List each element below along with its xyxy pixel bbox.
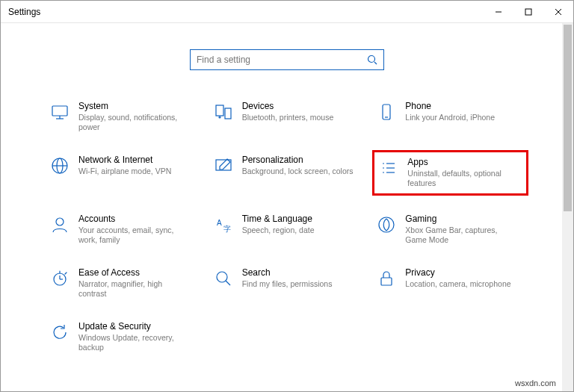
- tile-desc: Wi-Fi, airplane mode, VPN: [78, 167, 171, 176]
- tile-desc: Windows Update, recovery, backup: [78, 333, 191, 352]
- tile-title: Phone: [405, 101, 495, 111]
- content-area: System Display, sound, notifications, po…: [1, 23, 573, 391]
- svg-rect-9: [216, 105, 223, 116]
- tile-apps[interactable]: Apps Uninstall, defaults, optional featu…: [372, 150, 528, 195]
- personalization-icon: [212, 155, 235, 177]
- svg-rect-6: [52, 106, 67, 116]
- ease-of-access-icon: [49, 267, 71, 290]
- scrollbar-thumb[interactable]: [564, 25, 572, 211]
- tile-desc: Link your Android, iPhone: [405, 113, 495, 122]
- minimize-icon: [495, 8, 502, 16]
- system-icon: [49, 101, 71, 123]
- gaming-icon: [375, 214, 398, 236]
- tile-title: Accounts: [78, 214, 191, 224]
- search-row: [46, 49, 528, 70]
- tile-search[interactable]: Search Find my files, permissions: [209, 263, 365, 303]
- minimize-button[interactable]: [484, 1, 513, 23]
- tile-desc: Display, sound, notifications, power: [78, 113, 191, 132]
- privacy-icon: [375, 267, 398, 290]
- devices-icon: [212, 101, 235, 123]
- scrollbar[interactable]: [562, 23, 573, 391]
- tile-title: Ease of Access: [78, 267, 191, 278]
- update-icon: [49, 321, 71, 343]
- tile-desc: Speech, region, date: [242, 225, 315, 235]
- svg-point-24: [56, 218, 64, 225]
- tile-title: System: [78, 101, 191, 111]
- tile-time-language[interactable]: A字 Time & Language Speech, region, date: [209, 209, 365, 249]
- phone-icon: [375, 101, 398, 123]
- tile-title: Network & Internet: [78, 155, 171, 165]
- tile-title: Update & Security: [78, 321, 191, 332]
- svg-point-4: [368, 56, 375, 63]
- tile-title: Privacy: [405, 267, 510, 278]
- svg-text:A: A: [217, 219, 222, 227]
- svg-point-27: [379, 217, 394, 232]
- svg-text:字: 字: [223, 225, 231, 233]
- tile-title: Time & Language: [242, 214, 315, 224]
- tile-desc: Uninstall, defaults, optional features: [407, 169, 519, 188]
- maximize-button[interactable]: [513, 1, 543, 23]
- settings-window: Settings: [0, 0, 574, 392]
- tile-privacy[interactable]: Privacy Location, camera, microphone: [372, 263, 528, 303]
- tile-accounts[interactable]: Accounts Your accounts, email, sync, wor…: [46, 209, 202, 249]
- tile-network[interactable]: Network & Internet Wi-Fi, airplane mode,…: [46, 150, 202, 195]
- titlebar: Settings: [1, 1, 573, 23]
- tile-phone[interactable]: Phone Link your Android, iPhone: [372, 96, 528, 137]
- tile-title: Devices: [242, 101, 334, 111]
- maximize-icon: [525, 8, 532, 16]
- accounts-icon: [49, 214, 71, 236]
- tile-ease-of-access[interactable]: Ease of Access Narrator, magnifier, high…: [46, 263, 202, 303]
- svg-line-5: [374, 62, 377, 64]
- tile-desc: Find my files, permissions: [242, 279, 333, 289]
- settings-grid: System Display, sound, notifications, po…: [46, 96, 528, 357]
- svg-rect-33: [381, 278, 392, 285]
- svg-rect-10: [225, 108, 231, 119]
- search-box[interactable]: [190, 49, 384, 70]
- window-controls: [484, 1, 573, 23]
- tile-update-security[interactable]: Update & Security Windows Update, recove…: [46, 317, 202, 357]
- tile-devices[interactable]: Devices Bluetooth, printers, mouse: [209, 96, 365, 137]
- tile-title: Gaming: [405, 214, 517, 224]
- search-input[interactable]: [197, 55, 367, 65]
- tile-title: Apps: [407, 157, 519, 167]
- tile-desc: Xbox Game Bar, captures, Game Mode: [405, 225, 517, 245]
- network-icon: [49, 155, 71, 177]
- tile-desc: Bluetooth, printers, mouse: [242, 113, 334, 122]
- time-language-icon: A字: [212, 214, 235, 236]
- tile-desc: Background, lock screen, colors: [242, 167, 354, 176]
- tile-desc: Location, camera, microphone: [405, 279, 510, 289]
- window-title: Settings: [1, 7, 40, 17]
- tile-desc: Narrator, magnifier, high contrast: [78, 279, 191, 299]
- svg-line-32: [226, 281, 230, 285]
- tile-system[interactable]: System Display, sound, notifications, po…: [46, 96, 202, 137]
- svg-point-11: [219, 116, 220, 118]
- svg-rect-1: [525, 9, 531, 15]
- tile-title: Personalization: [242, 155, 354, 165]
- close-icon: [555, 8, 562, 16]
- svg-point-31: [217, 272, 227, 282]
- search-cat-icon: [212, 267, 235, 290]
- tile-desc: Your accounts, email, sync, work, family: [78, 225, 191, 245]
- search-icon: [367, 55, 377, 65]
- apps-icon: [377, 157, 400, 179]
- close-button[interactable]: [543, 1, 573, 23]
- tile-gaming[interactable]: Gaming Xbox Game Bar, captures, Game Mod…: [372, 209, 528, 249]
- tile-title: Search: [242, 267, 333, 278]
- watermark: wsxdn.com: [515, 379, 556, 388]
- tile-personalization[interactable]: Personalization Background, lock screen,…: [209, 150, 365, 195]
